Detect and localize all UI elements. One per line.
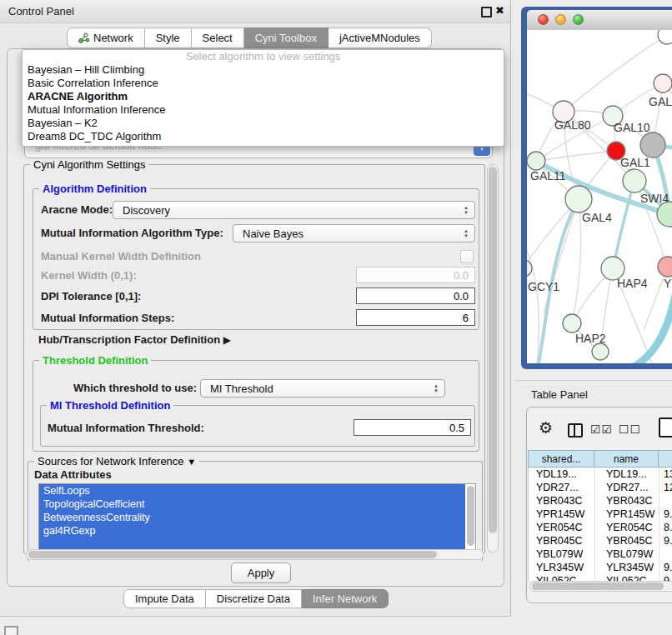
column-browser-icon[interactable] [568, 423, 583, 438]
column-header-name[interactable]: name [594, 450, 659, 468]
table-row[interactable]: YBR043CYBR043C [529, 494, 672, 508]
network-icon [78, 32, 89, 43]
table-header-row: shared... name A [528, 450, 672, 468]
sources-collapse-header[interactable]: Sources for Network Inference ▼ [34, 455, 199, 468]
table-panel: ⚙ ☑☑ ☐☐ shared... name A YDL19...YDL19..… [526, 407, 672, 603]
table-row[interactable]: YBR045CYBR045C9. [529, 534, 672, 548]
apply-button[interactable]: Apply [231, 562, 291, 583]
node-gal4[interactable] [565, 186, 592, 212]
tab-cyni-toolbox[interactable]: Cyni Toolbox [244, 28, 328, 48]
node-label: HAP2 [575, 332, 606, 345]
list-item[interactable]: TopologicalCoefficient [39, 498, 465, 511]
mi-steps-label: Mutual Information Steps: [41, 312, 174, 324]
node-salmon[interactable] [658, 257, 672, 277]
table-row[interactable]: YLR345WYLR345W9. [529, 561, 672, 574]
hub-definition-expander[interactable]: Hub/Transcription Factor Definition ▶ [38, 333, 231, 346]
dock-panel-icon[interactable] [4, 626, 18, 635]
aracne-mode-combo[interactable]: Discovery ▲▼ [113, 201, 475, 219]
table-cell: YER054C [529, 521, 595, 534]
mi-type-combo[interactable]: Naive Bayes ▲▼ [233, 224, 475, 242]
zoom-traffic-light[interactable] [573, 14, 584, 25]
table-row[interactable]: YER054CYER054C8. [529, 521, 672, 534]
mi-steps-field[interactable] [356, 309, 475, 326]
tab-impute-data[interactable]: Impute Data [123, 589, 206, 608]
combo-arrows-icon: ▲▼ [464, 228, 469, 238]
close-traffic-light[interactable] [538, 14, 549, 25]
node-unlabeled-top[interactable] [658, 30, 672, 44]
mi-threshold-field[interactable] [354, 419, 471, 436]
node-label: GAL1 [620, 156, 650, 169]
table-row[interactable]: YDR27...YDR27...12 [529, 481, 672, 494]
list-vertical-scrollbar[interactable] [467, 486, 474, 546]
node-gal-partial[interactable] [654, 74, 672, 92]
network-graph[interactable]: GAL GAL80 GAL10 GAL1 GAL11 SWI4 GAL4 GCY… [527, 30, 672, 363]
gear-icon[interactable]: ⚙ [539, 418, 553, 438]
table-row[interactable]: YIL052CYIL052C9 [529, 574, 672, 581]
scrollbar-thumb[interactable] [532, 582, 664, 590]
tab-style[interactable]: Style [145, 28, 192, 48]
expander-arrow-icon: ▶ [223, 334, 231, 346]
column-header-shared-name[interactable]: shared... [528, 450, 594, 468]
manual-kernel-checkbox[interactable] [460, 250, 474, 263]
table-cell: YBR043C [595, 494, 659, 508]
cyni-toolbox-panel: gal-filtered sif default node ▲▼ Select … [7, 48, 504, 587]
node-swi4[interactable] [623, 169, 646, 192]
node-gray[interactable] [640, 132, 665, 158]
node-gal11[interactable] [527, 152, 545, 170]
kernel-width-field[interactable] [356, 267, 475, 283]
threshold-definition-group: Threshold Definition Which threshold to … [33, 360, 479, 452]
tab-label: Network [93, 32, 133, 44]
node-label: GAL80 [554, 118, 591, 132]
scrollbar-thumb[interactable] [489, 167, 497, 533]
control-panel-titlebar: Control Panel ✖ [0, 0, 510, 23]
settings-vertical-scrollbar[interactable] [487, 164, 499, 552]
which-threshold-value: MI Threshold [210, 382, 273, 395]
sources-group: Sources for Network Inference ▼ Data Att… [28, 461, 483, 562]
dpi-tolerance-field[interactable] [356, 288, 475, 304]
mi-threshold-label: Mutual Information Threshold: [48, 422, 204, 434]
popup-item[interactable]: Basic Correlation Inference [23, 77, 504, 90]
network-canvas[interactable]: GAL GAL80 GAL10 GAL1 GAL11 SWI4 GAL4 GCY… [527, 30, 672, 363]
float-window-icon[interactable] [481, 7, 492, 18]
which-threshold-combo[interactable]: MI Threshold ▲▼ [200, 379, 445, 398]
scrollbar-thumb[interactable] [28, 551, 437, 558]
table-cell: 9. [659, 561, 672, 574]
list-item[interactable]: gal4RGexp [39, 524, 465, 538]
table-row[interactable]: YBL079WYBL079W [529, 548, 672, 561]
tab-infer-network[interactable]: Infer Network [302, 589, 389, 608]
select-all-icon[interactable]: ☑☑ [590, 422, 613, 436]
deselect-all-icon[interactable]: ☐☐ [619, 422, 641, 436]
list-item[interactable]: BetweennessCentrality [39, 511, 465, 524]
minimize-traffic-light[interactable] [555, 14, 566, 25]
group-title: Threshold Definition [39, 354, 151, 367]
tab-jactivemnodules[interactable]: jActiveMNodules [328, 28, 432, 48]
node-hap2[interactable] [563, 314, 581, 332]
table-row[interactable]: YDL19...YDL19...13 [529, 468, 672, 481]
table-row[interactable]: YPR145WYPR145W9. [529, 508, 672, 521]
close-icon[interactable]: ✖ [495, 4, 504, 17]
popup-item[interactable]: Bayesian – Hill Climbing [23, 63, 504, 77]
list-item[interactable]: SelfLoops [39, 484, 465, 498]
node-bottom-green[interactable] [592, 343, 609, 360]
table-cell: 9. [659, 534, 672, 548]
popup-item[interactable]: Bayesian – K2 [23, 117, 504, 130]
column-header-partial[interactable]: A [659, 450, 672, 468]
tab-discretize-data[interactable]: Discretize Data [206, 589, 302, 608]
combo-arrows-icon: ▲▼ [464, 205, 469, 215]
tab-network[interactable]: Network [67, 28, 145, 48]
network-window-titlebar[interactable] [527, 10, 672, 31]
tab-select[interactable]: Select [192, 28, 244, 48]
screen: Control Panel ✖ Network Style Select Cyn… [0, 0, 672, 635]
data-attributes-list[interactable]: SelfLoops TopologicalCoefficient Between… [38, 483, 476, 552]
new-table-icon[interactable] [659, 418, 672, 438]
settings-horizontal-scrollbar[interactable] [26, 549, 484, 560]
table-cell: 9 [659, 574, 672, 581]
table-horizontal-scrollbar[interactable] [529, 581, 672, 592]
node-label: Y [664, 277, 672, 290]
popup-item[interactable]: Mutual Information Inference [23, 103, 504, 117]
popup-item[interactable]: Dream8 DC_TDC Algorithm [23, 130, 504, 143]
table-cell [659, 494, 672, 508]
node-label: GAL11 [530, 169, 566, 182]
apply-button-label: Apply [248, 567, 275, 579]
popup-item-highlighted[interactable]: ARACNE Algorithm [23, 90, 504, 103]
